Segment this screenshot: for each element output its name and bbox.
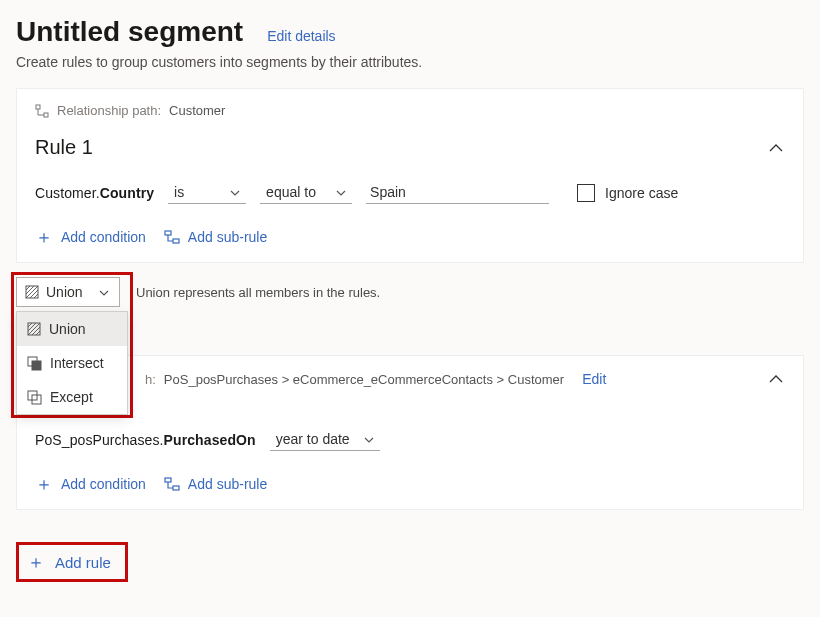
highlight-annotation: ＋ Add rule bbox=[16, 542, 128, 582]
plus-icon: ＋ bbox=[27, 553, 45, 571]
union-icon bbox=[27, 322, 41, 336]
collapse-icon[interactable] bbox=[767, 370, 785, 388]
condition-value-input[interactable] bbox=[366, 181, 549, 204]
subrule-icon bbox=[164, 477, 180, 491]
condition-attribute[interactable]: Customer.Country bbox=[35, 185, 154, 201]
add-rule-button[interactable]: ＋ Add rule bbox=[21, 547, 123, 577]
operator-label: year to date bbox=[276, 431, 350, 447]
add-subrule-label: Add sub-rule bbox=[188, 229, 267, 245]
ignore-case-label: Ignore case bbox=[605, 185, 678, 201]
relationship-path-value: PoS_posPurchases > eCommerce_eCommerceCo… bbox=[164, 372, 564, 387]
subrule-icon bbox=[164, 230, 180, 244]
relationship-path-icon bbox=[35, 104, 49, 118]
entity-name: Customer bbox=[35, 185, 96, 201]
add-subrule-label: Add sub-rule bbox=[188, 476, 267, 492]
collapse-icon[interactable] bbox=[767, 139, 785, 157]
rule-card-1: Relationship path: Customer Rule 1 Custo… bbox=[16, 88, 804, 263]
option-label: Union bbox=[49, 321, 86, 337]
combinator-description: Union represents all members in the rule… bbox=[136, 285, 380, 300]
relationship-path-prefix: h: bbox=[145, 372, 156, 387]
operator-1-label: is bbox=[174, 184, 184, 200]
plus-icon: ＋ bbox=[35, 475, 53, 493]
add-condition-button[interactable]: ＋ Add condition bbox=[35, 228, 146, 246]
page-subtitle: Create rules to group customers into seg… bbox=[16, 54, 804, 70]
option-label: Except bbox=[50, 389, 93, 405]
dropdown-option-intersect[interactable]: Intersect bbox=[17, 346, 127, 380]
option-label: Intersect bbox=[50, 355, 104, 371]
add-subrule-button[interactable]: Add sub-rule bbox=[164, 229, 267, 245]
dropdown-option-union[interactable]: Union bbox=[17, 312, 127, 346]
field-name: Country bbox=[100, 185, 154, 201]
operator-1-select[interactable]: is bbox=[168, 181, 246, 204]
entity-name: PoS_posPurchases bbox=[35, 432, 160, 448]
rule-1-title: Rule 1 bbox=[35, 136, 93, 159]
combinator-select[interactable]: Union bbox=[16, 277, 120, 307]
add-subrule-button[interactable]: Add sub-rule bbox=[164, 476, 267, 492]
chevron-down-icon bbox=[97, 285, 111, 299]
except-icon bbox=[27, 390, 42, 405]
add-condition-label: Add condition bbox=[61, 229, 146, 245]
relationship-path-value: Customer bbox=[169, 103, 225, 118]
operator-2-select[interactable]: equal to bbox=[260, 181, 352, 204]
intersect-icon bbox=[27, 356, 42, 371]
plus-icon: ＋ bbox=[35, 228, 53, 246]
edit-path-link[interactable]: Edit bbox=[582, 371, 606, 387]
page-title: Untitled segment bbox=[16, 16, 243, 48]
union-icon bbox=[25, 285, 39, 299]
chevron-down-icon bbox=[228, 185, 242, 199]
dropdown-option-except[interactable]: Except bbox=[17, 380, 127, 414]
rule-card-2: h: PoS_posPurchases > eCommerce_eCommerc… bbox=[16, 355, 804, 510]
combinator-dropdown: Union Intersect Except bbox=[16, 311, 128, 415]
chevron-down-icon bbox=[334, 185, 348, 199]
field-name: PurchasedOn bbox=[164, 432, 256, 448]
add-condition-button[interactable]: ＋ Add condition bbox=[35, 475, 146, 493]
add-condition-label: Add condition bbox=[61, 476, 146, 492]
condition-attribute[interactable]: PoS_posPurchases.PurchasedOn bbox=[35, 432, 256, 448]
operator-select[interactable]: year to date bbox=[270, 428, 380, 451]
relationship-path-label: Relationship path: bbox=[57, 103, 161, 118]
add-rule-label: Add rule bbox=[55, 554, 111, 571]
edit-details-link[interactable]: Edit details bbox=[267, 28, 335, 44]
operator-2-label: equal to bbox=[266, 184, 316, 200]
combinator-selected-label: Union bbox=[46, 284, 83, 300]
chevron-down-icon bbox=[362, 432, 376, 446]
ignore-case-checkbox[interactable] bbox=[577, 184, 595, 202]
